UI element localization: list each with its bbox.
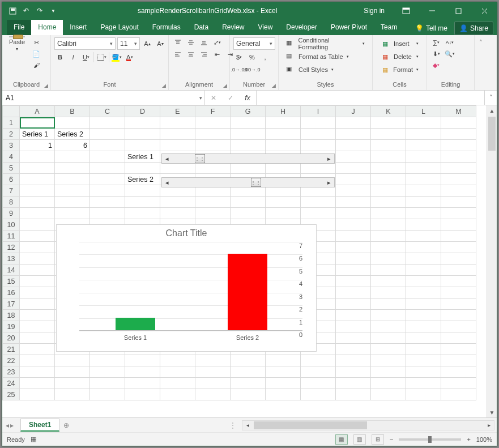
collapse-ribbon[interactable]: ˄ [475, 35, 487, 46]
view-normal[interactable]: ▦ [335, 434, 348, 445]
cell-C4[interactable] [90, 151, 125, 163]
cell-H3[interactable] [266, 140, 301, 151]
tab-developer[interactable]: Developer [279, 20, 324, 35]
tab-home[interactable]: Home [31, 20, 63, 35]
vscroll-thumb[interactable] [488, 117, 496, 151]
cell-A19[interactable] [20, 321, 55, 332]
col-header-M[interactable]: M [441, 106, 476, 117]
cell-M14[interactable] [441, 264, 476, 276]
cell-B5[interactable] [55, 163, 90, 174]
cell-M12[interactable] [441, 242, 476, 253]
zoom-out[interactable]: − [390, 436, 393, 443]
cell-E3[interactable] [160, 140, 195, 151]
cell-A17[interactable] [20, 298, 55, 310]
cell-G2[interactable] [231, 129, 266, 140]
cell-B1[interactable] [55, 117, 90, 129]
cell-C25[interactable] [90, 389, 125, 400]
cell-M18[interactable] [441, 310, 476, 321]
horizontal-scrollbar[interactable]: ◂ ▸ [242, 420, 494, 430]
close-button[interactable] [472, 2, 497, 19]
cell-J20[interactable] [336, 332, 371, 344]
col-header-J[interactable]: J [336, 106, 371, 117]
cell-F5[interactable] [195, 163, 231, 174]
align-bottom[interactable] [198, 37, 210, 48]
cell-K10[interactable] [371, 219, 406, 231]
form-scrollbar-1[interactable]: ◂⋮⋮▸ [161, 153, 335, 164]
row-header-9[interactable]: 9 [3, 208, 20, 219]
cell-A25[interactable] [20, 389, 55, 400]
scrollbar-left-arrow[interactable]: ◂ [162, 154, 172, 163]
cell-J19[interactable] [336, 321, 371, 332]
cell-M2[interactable] [441, 129, 476, 140]
cell-L9[interactable] [406, 208, 441, 219]
cell-M22[interactable] [441, 355, 476, 366]
cell-C6[interactable] [90, 174, 125, 185]
col-header-I[interactable]: I [301, 106, 336, 117]
cell-D1[interactable] [125, 117, 160, 129]
cell-A11[interactable] [20, 231, 55, 242]
cell-J3[interactable] [336, 140, 371, 151]
cell-K19[interactable] [371, 321, 406, 332]
vertical-scrollbar[interactable]: ▲ ▼ [487, 105, 497, 417]
cell-J7[interactable] [336, 185, 371, 197]
cell-M9[interactable] [441, 208, 476, 219]
cell-A6[interactable] [20, 174, 55, 185]
bold-button[interactable]: B [54, 52, 66, 62]
cell-M3[interactable] [441, 140, 476, 151]
qat-dropdown[interactable]: ▼ [48, 6, 59, 15]
maximize-button[interactable] [446, 2, 471, 19]
clipboard-launcher[interactable]: ◢ [44, 83, 48, 88]
cell-A18[interactable] [20, 310, 55, 321]
cell-G5[interactable] [231, 163, 266, 174]
row-header-22[interactable]: 22 [3, 355, 20, 366]
cell-C9[interactable] [90, 208, 125, 219]
macro-record-icon[interactable]: ▦ [31, 436, 36, 443]
select-all-corner[interactable] [3, 106, 20, 117]
row-header-21[interactable]: 21 [3, 344, 20, 355]
cell-F23[interactable] [195, 366, 231, 378]
cell-M10[interactable] [441, 219, 476, 231]
cell-C3[interactable] [90, 140, 125, 151]
cell-J24[interactable] [336, 378, 371, 389]
cell-D22[interactable] [125, 355, 160, 366]
cell-I1[interactable] [301, 117, 336, 129]
cell-K18[interactable] [371, 310, 406, 321]
row-header-3[interactable]: 3 [3, 140, 20, 151]
cell-C2[interactable] [90, 129, 125, 140]
cell-D25[interactable] [125, 389, 160, 400]
undo-icon[interactable]: ↶ [20, 6, 32, 15]
cell-I3[interactable] [301, 140, 336, 151]
row-header-24[interactable]: 24 [3, 378, 20, 389]
cell-L8[interactable] [406, 197, 441, 208]
cell-D4[interactable]: Series 1 [125, 151, 160, 163]
cell-K20[interactable] [371, 332, 406, 344]
cell-A13[interactable] [20, 253, 55, 264]
cell-E1[interactable] [160, 117, 195, 129]
cell-K13[interactable] [371, 253, 406, 264]
col-header-C[interactable]: C [90, 106, 125, 117]
cell-J6[interactable] [336, 174, 371, 185]
col-header-B[interactable]: B [55, 106, 90, 117]
row-header-20[interactable]: 20 [3, 332, 20, 344]
tab-data[interactable]: Data [187, 20, 215, 35]
cell-L10[interactable] [406, 219, 441, 231]
cell-E8[interactable] [160, 197, 195, 208]
cell-M11[interactable] [441, 231, 476, 242]
cell-M15[interactable] [441, 276, 476, 287]
row-header-5[interactable]: 5 [3, 163, 20, 174]
cell-J13[interactable] [336, 253, 371, 264]
cell-M17[interactable] [441, 298, 476, 310]
row-header-1[interactable]: 1 [3, 117, 20, 129]
cell-A9[interactable] [20, 208, 55, 219]
cell-K2[interactable] [371, 129, 406, 140]
cell-L16[interactable] [406, 287, 441, 298]
cell-A3[interactable]: 1 [20, 140, 55, 151]
cell-A23[interactable] [20, 366, 55, 378]
chart-bar-1[interactable] [228, 254, 267, 330]
row-header-11[interactable]: 11 [3, 231, 20, 242]
cell-J15[interactable] [336, 276, 371, 287]
cell-L12[interactable] [406, 242, 441, 253]
row-header-14[interactable]: 14 [3, 264, 20, 276]
zoom-level[interactable]: 100% [476, 436, 492, 443]
cell-M21[interactable] [441, 344, 476, 355]
